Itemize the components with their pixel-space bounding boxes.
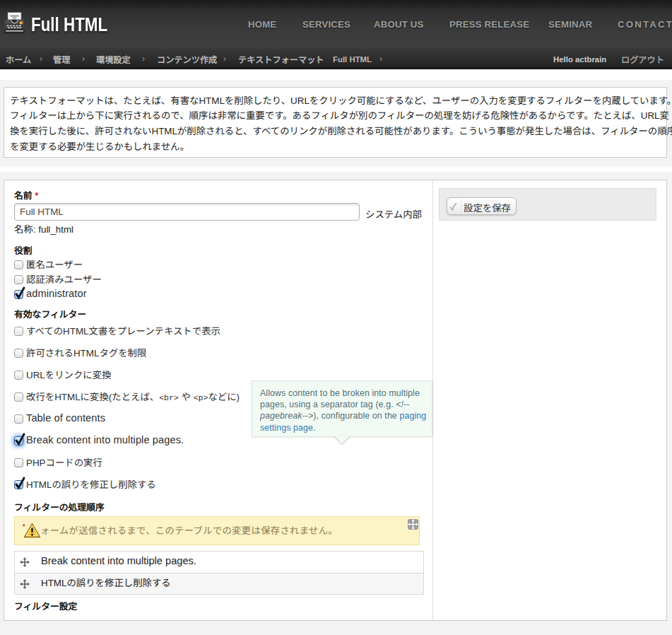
svg-text:*: * xyxy=(23,523,25,530)
